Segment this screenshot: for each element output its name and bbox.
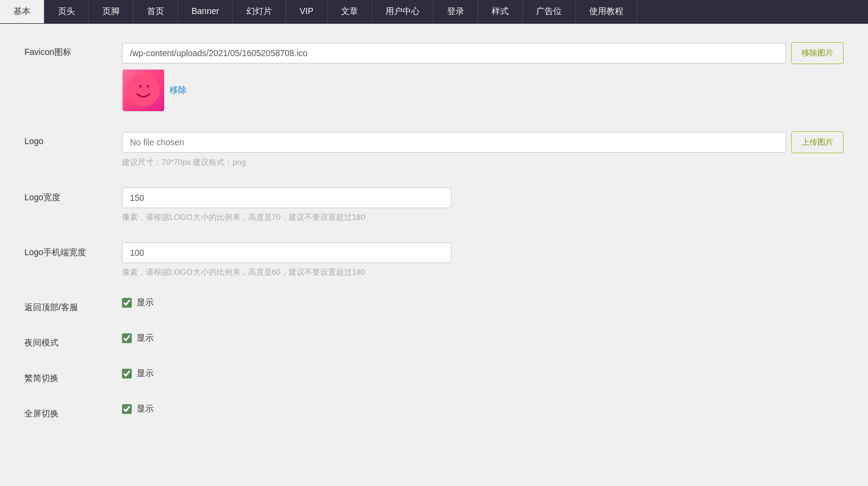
night-mode-row: 夜间模式 显示 bbox=[24, 333, 844, 349]
trad-simp-label: 繁简切换 bbox=[24, 368, 122, 384]
back-to-top-checkbox-row: 显示 bbox=[122, 297, 844, 308]
fullscreen-checkbox[interactable] bbox=[122, 404, 132, 414]
back-to-top-checkbox[interactable] bbox=[122, 298, 132, 308]
trad-simp-checkbox-label: 显示 bbox=[137, 368, 154, 379]
logo-row: Logo 上传图片 建议尺寸：70*70px 建议格式：png bbox=[24, 131, 844, 168]
favicon-input[interactable] bbox=[122, 43, 786, 63]
back-to-top-label: 返回顶部/客服 bbox=[24, 297, 122, 313]
night-mode-checkbox-label: 显示 bbox=[137, 333, 154, 344]
fullscreen-checkbox-row: 显示 bbox=[122, 404, 844, 415]
back-to-top-checkbox-label: 显示 bbox=[137, 297, 154, 308]
favicon-remove-button[interactable]: 移除图片 bbox=[791, 42, 844, 64]
tab-adspot[interactable]: 广告位 bbox=[523, 0, 576, 23]
tab-usercenter[interactable]: 用户中心 bbox=[372, 0, 434, 23]
tab-basic[interactable]: 基本 bbox=[0, 0, 45, 23]
logo-mobile-width-input[interactable] bbox=[122, 242, 451, 263]
fullscreen-row: 全屏切换 显示 bbox=[24, 404, 844, 419]
tab-header[interactable]: 页头 bbox=[45, 0, 89, 23]
favicon-remove-link[interactable]: 移除 bbox=[170, 85, 187, 96]
trad-simp-row: 繁简切换 显示 bbox=[24, 368, 844, 384]
trad-simp-checkbox-row: 显示 bbox=[122, 368, 844, 379]
svg-point-0 bbox=[127, 74, 160, 107]
logo-width-row: Logo宽度 像素，请根据LOGO大小的比例来，高度是70，建议不要设置超过18… bbox=[24, 187, 844, 223]
back-to-top-row: 返回顶部/客服 显示 bbox=[24, 297, 844, 313]
favicon-row: Favicon图标 移除图片 bbox=[24, 42, 844, 112]
favicon-control: 移除图片 bbox=[122, 42, 844, 112]
tab-banner[interactable]: Banner bbox=[178, 0, 233, 23]
main-content: Favicon图标 移除图片 bbox=[0, 24, 868, 484]
logo-input-group: 上传图片 bbox=[122, 131, 844, 153]
back-to-top-control: 显示 bbox=[122, 297, 844, 308]
night-mode-control: 显示 bbox=[122, 333, 844, 344]
tab-article[interactable]: 文章 bbox=[328, 0, 372, 23]
logo-mobile-width-hint: 像素，请根据LOGO大小的比例来，高度是60，建议不要设置超过180 bbox=[122, 267, 844, 278]
logo-control: 上传图片 建议尺寸：70*70px 建议格式：png bbox=[122, 131, 844, 168]
tab-slideshow[interactable]: 幻灯片 bbox=[233, 0, 286, 23]
tab-home[interactable]: 首页 bbox=[134, 0, 178, 23]
tab-bar: 基本 页头 页脚 首页 Banner 幻灯片 VIP 文章 用户中心 登录 样式… bbox=[0, 0, 868, 24]
smiley-icon bbox=[127, 74, 160, 107]
logo-label: Logo bbox=[24, 131, 122, 146]
fullscreen-checkbox-label: 显示 bbox=[137, 404, 154, 415]
night-mode-checkbox-row: 显示 bbox=[122, 333, 844, 344]
logo-width-input[interactable] bbox=[122, 187, 451, 208]
tab-login[interactable]: 登录 bbox=[434, 0, 478, 23]
favicon-preview: 移除 bbox=[122, 69, 844, 112]
night-mode-checkbox[interactable] bbox=[122, 333, 132, 343]
favicon-input-group: 移除图片 bbox=[122, 42, 844, 64]
logo-input[interactable] bbox=[122, 132, 786, 153]
logo-mobile-width-row: Logo手机端宽度 像素，请根据LOGO大小的比例来，高度是60，建议不要设置超… bbox=[24, 242, 844, 278]
logo-mobile-width-label: Logo手机端宽度 bbox=[24, 242, 122, 258]
tab-footer[interactable]: 页脚 bbox=[89, 0, 134, 23]
logo-upload-button[interactable]: 上传图片 bbox=[791, 131, 844, 153]
fullscreen-control: 显示 bbox=[122, 404, 844, 415]
logo-width-hint: 像素，请根据LOGO大小的比例来，高度是70，建议不要设置超过180 bbox=[122, 212, 844, 223]
logo-width-control: 像素，请根据LOGO大小的比例来，高度是70，建议不要设置超过180 bbox=[122, 187, 844, 223]
fullscreen-label: 全屏切换 bbox=[24, 404, 122, 419]
tab-vip[interactable]: VIP bbox=[286, 0, 328, 23]
trad-simp-checkbox[interactable] bbox=[122, 369, 132, 379]
favicon-thumbnail bbox=[122, 69, 165, 112]
night-mode-label: 夜间模式 bbox=[24, 333, 122, 349]
tab-tutorial[interactable]: 使用教程 bbox=[576, 0, 637, 23]
logo-mobile-width-control: 像素，请根据LOGO大小的比例来，高度是60，建议不要设置超过180 bbox=[122, 242, 844, 278]
tab-style[interactable]: 样式 bbox=[478, 0, 523, 23]
favicon-label: Favicon图标 bbox=[24, 42, 122, 58]
logo-hint: 建议尺寸：70*70px 建议格式：png bbox=[122, 157, 844, 168]
logo-width-label: Logo宽度 bbox=[24, 187, 122, 203]
trad-simp-control: 显示 bbox=[122, 368, 844, 379]
